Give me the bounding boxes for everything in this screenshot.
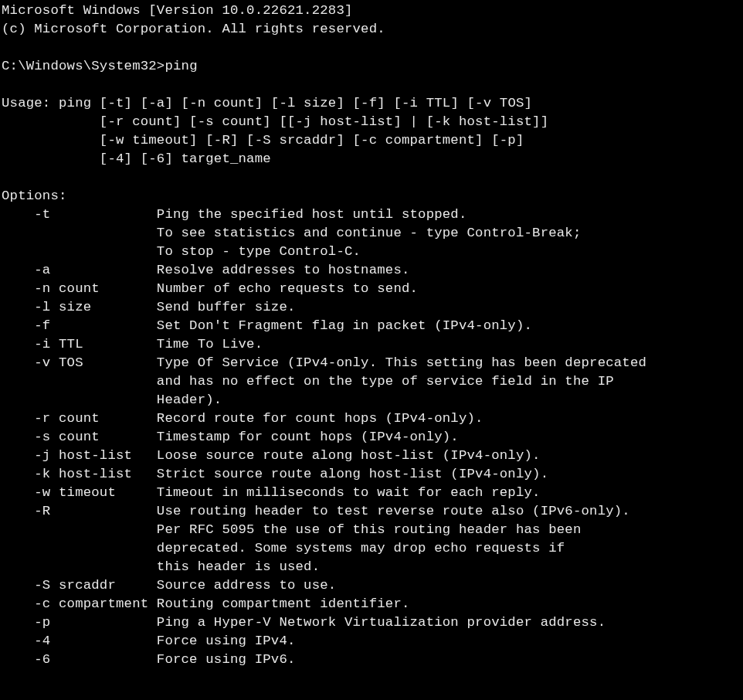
options-list: -t Ping the specified host until stopped… bbox=[2, 207, 646, 667]
prompt-command: ping bbox=[165, 59, 197, 73]
options-label: Options: bbox=[2, 189, 67, 203]
usage-line-1: ping [-t] [-a] [-n count] [-l size] [-f]… bbox=[50, 96, 532, 110]
usage-line-2: [-r count] [-s count] [[-j host-list] | … bbox=[2, 114, 548, 129]
usage-label: Usage: bbox=[2, 96, 50, 110]
header-copyright-line: (c) Microsoft Corporation. All rights re… bbox=[2, 22, 385, 36]
terminal-output[interactable]: Microsoft Windows [Version 10.0.22621.22… bbox=[0, 0, 743, 669]
header-version-line: Microsoft Windows [Version 10.0.22621.22… bbox=[2, 3, 353, 18]
usage-line-4: [-4] [-6] target_name bbox=[2, 151, 271, 166]
prompt-path: C:\Windows\System32> bbox=[2, 59, 165, 73]
usage-line-3: [-w timeout] [-R] [-S srcaddr] [-c compa… bbox=[2, 133, 524, 148]
